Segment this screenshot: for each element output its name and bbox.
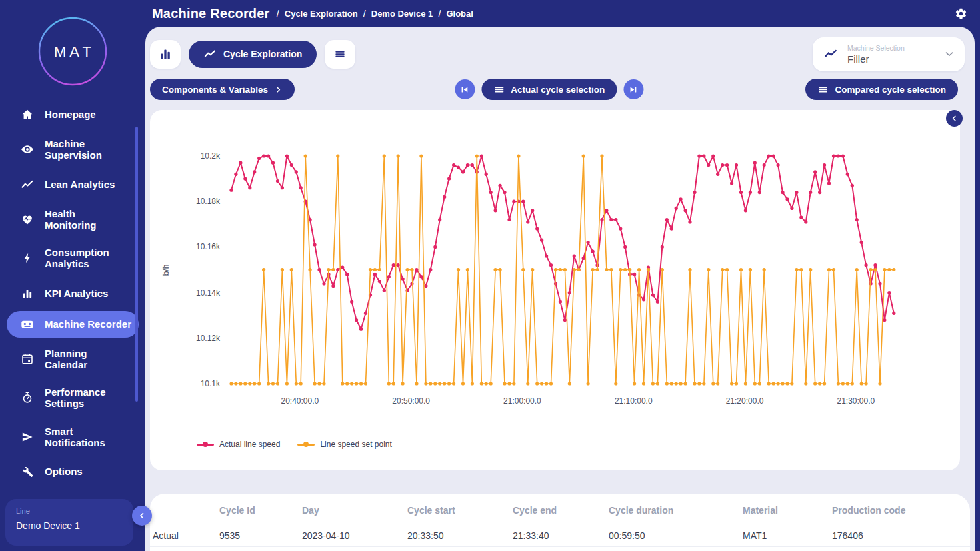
send-icon (20, 430, 35, 444)
cell-cycle-end: 21:33:40 (513, 530, 609, 541)
sidebar-item-machine-recorder[interactable]: Machine Recorder (7, 311, 139, 338)
table-header-row: Cycle Id Day Cycle start Cycle end Cycle… (150, 500, 970, 520)
svg-text:10.16k: 10.16k (196, 242, 221, 251)
trend-line-icon (203, 47, 217, 61)
compared-cycle-selection-button[interactable]: Compared cycle selection (805, 79, 958, 100)
line-label: Line (16, 507, 123, 515)
brand-logo: M A T (0, 0, 145, 87)
sidebar-collapse-button[interactable] (132, 506, 152, 526)
cycle-controls: Components & Variables Actual cycle sele… (150, 79, 958, 100)
col-header-cycle-id: Cycle Id (219, 505, 302, 516)
breadcrumb-global[interactable]: Global (446, 9, 473, 19)
sidebar-item-lean-analytics[interactable]: Lean Analytics (7, 171, 139, 198)
sidebar-scrollbar[interactable] (135, 127, 138, 402)
sidebar-item-label: Homepage (45, 109, 96, 120)
col-header-material: Material (743, 505, 832, 516)
hamburger-icon (333, 47, 347, 61)
svg-text:10.14k: 10.14k (196, 288, 221, 298)
sidebar-item-health-monitoring[interactable]: Health Monitoring (7, 202, 139, 237)
next-cycle-button[interactable] (623, 79, 643, 99)
bar-chart-icon (20, 286, 35, 301)
menu-view-button[interactable] (325, 40, 355, 69)
col-header-cycle-start: Cycle start (407, 505, 513, 516)
sidebar-item-performance-settings[interactable]: Performance Settings (7, 380, 139, 416)
sidebar-item-homepage[interactable]: Homepage (7, 101, 139, 128)
svg-text:21:00:00.0: 21:00:00.0 (503, 396, 541, 406)
line-speed-chart: 10.2k10.18k10.16k10.14k10.12k10.1k20:40:… (150, 110, 960, 424)
sidebar-item-label: Planning Calendar (45, 348, 126, 371)
sidebar-item-label: Health Monitoring (45, 208, 126, 231)
svg-text:10.1k: 10.1k (201, 379, 221, 388)
cycle-exploration-label: Cycle Exploration (223, 49, 302, 59)
gear-icon (955, 7, 967, 20)
sidebar-item-options[interactable]: Options (7, 458, 139, 485)
stopwatch-icon (20, 390, 35, 405)
sidebar-item-label: Smart Notifications (45, 426, 126, 449)
line-speed-chart-card: 10.2k10.18k10.16k10.14k10.12k10.1k20:40:… (150, 110, 960, 470)
logo-text: M A T (54, 43, 91, 60)
sidebar-item-label: Lean Analytics (45, 179, 115, 190)
bar-chart-view-button[interactable] (150, 40, 181, 69)
chart-legend: Actual line speed Line speed set point (197, 440, 392, 449)
chevron-left-icon (137, 511, 147, 520)
chevron-down-icon (943, 48, 955, 60)
svg-text:b/h: b/h (161, 265, 171, 276)
chevron-right-icon (274, 85, 283, 94)
svg-text:10.2k: 10.2k (201, 151, 221, 161)
cell-material: MAT1 (743, 530, 832, 541)
sidebar-item-label: Performance Settings (45, 386, 126, 410)
sidebar-item-kpi-analytics[interactable]: KPI Analytics (7, 280, 139, 307)
cell-production-code: 176406 (832, 530, 970, 541)
svg-text:10.18k: 10.18k (196, 197, 221, 206)
svg-text:21:30:00.0: 21:30:00.0 (837, 396, 875, 406)
table-row-actual[interactable]: Actual 9535 2023-04-10 20:33:50 21:33:40… (150, 524, 970, 547)
compared-cycle-selection-label: Compared cycle selection (835, 85, 946, 95)
legend-swatch-orange (297, 444, 315, 446)
col-header-production-code: Production code (832, 505, 970, 516)
breadcrumb-cycle-exploration[interactable]: Cycle Exploration (285, 9, 358, 19)
sidebar-nav: Homepage Machine Supervision Lean Analyt… (0, 101, 145, 485)
line-device-name: Demo Device 1 (16, 520, 123, 531)
svg-text:21:10:00.0: 21:10:00.0 (615, 396, 653, 406)
legend-actual-line-speed[interactable]: Actual line speed (197, 440, 280, 449)
chart-panel-collapse-button[interactable] (946, 110, 963, 127)
components-variables-label: Components & Variables (162, 85, 268, 95)
cell-cycle-id: 9535 (219, 530, 302, 541)
previous-cycle-button[interactable] (455, 79, 475, 99)
col-header-cycle-duration: Cycle duration (609, 505, 743, 516)
settings-gear-button[interactable] (952, 5, 969, 22)
trend-line-icon (20, 177, 35, 192)
legend-line-speed-set-point[interactable]: Line speed set point (297, 440, 391, 449)
sidebar-item-label: Consumption Analytics (45, 247, 126, 270)
eye-icon (20, 142, 35, 157)
trend-line-icon (823, 47, 838, 61)
line-device-card[interactable]: Line Demo Device 1 (5, 499, 133, 546)
components-variables-button[interactable]: Components & Variables (150, 79, 295, 100)
machine-selection-label: Machine Selection (847, 44, 905, 52)
view-toolbar: Cycle Exploration Machine Selection Fill… (150, 37, 965, 71)
home-icon (20, 107, 35, 122)
cell-row-label: Actual (153, 530, 219, 541)
cycle-info-table-card: Cycle Id Day Cycle start Cycle end Cycle… (150, 494, 970, 551)
cell-cycle-start: 20:33:50 (407, 530, 513, 541)
col-header-day: Day (302, 505, 407, 516)
sidebar-item-consumption-analytics[interactable]: Consumption Analytics (7, 241, 139, 276)
sidebar-item-label: Machine Supervision (45, 138, 126, 161)
machine-selection-dropdown[interactable]: Machine Selection Filler (813, 37, 965, 71)
breadcrumb: / Cycle Exploration / Demo Device 1 / Gl… (277, 8, 473, 19)
sidebar-item-machine-supervision[interactable]: Machine Supervision (7, 132, 139, 167)
breadcrumb-demo-device[interactable]: Demo Device 1 (371, 9, 433, 19)
svg-text:21:20:00.0: 21:20:00.0 (726, 396, 764, 406)
cell-cycle-duration: 00:59:50 (609, 530, 743, 541)
sidebar-item-label: Machine Recorder (45, 318, 131, 330)
sidebar-item-planning-calendar[interactable]: Planning Calendar (7, 342, 139, 377)
cell-day: 2023-04-10 (302, 530, 407, 541)
wrench-icon (20, 464, 35, 479)
heart-pulse-icon (20, 212, 35, 227)
recorder-icon (20, 317, 35, 332)
mat-logo-icon: M A T (37, 16, 108, 87)
actual-cycle-selection-button[interactable]: Actual cycle selection (481, 79, 617, 100)
cycle-exploration-tab[interactable]: Cycle Exploration (189, 41, 317, 68)
sidebar-item-smart-notifications[interactable]: Smart Notifications (7, 420, 139, 455)
col-header-cycle-end: Cycle end (513, 505, 609, 516)
